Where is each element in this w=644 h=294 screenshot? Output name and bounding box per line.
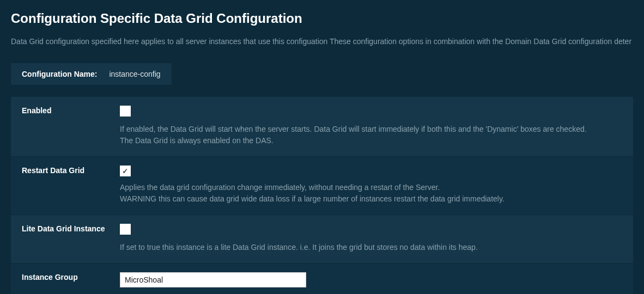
enabled-label: Enabled xyxy=(22,106,120,146)
page-title: Configuration Specific Data Grid Configu… xyxy=(11,11,633,26)
instance-group-input[interactable] xyxy=(120,272,306,287)
config-name-label: Configuration Name: xyxy=(22,70,97,78)
instance-group-label: Instance Group xyxy=(22,272,120,294)
restart-checkbox[interactable]: ✓ xyxy=(120,166,131,176)
restart-help: Applies the data grid configuration chan… xyxy=(120,182,622,205)
config-name-bar: Configuration Name: instance-config xyxy=(11,63,172,85)
enabled-help: If enabled, the Data Grid will start whe… xyxy=(120,124,622,146)
row-instance-group: Instance Group The instance group for al… xyxy=(11,264,633,294)
enabled-checkbox[interactable] xyxy=(120,106,131,117)
lite-help: If set to true this instance is a lite D… xyxy=(120,242,622,253)
config-name-value: instance-config xyxy=(109,70,160,78)
config-form: Enabled If enabled, the Data Grid will s… xyxy=(11,97,633,294)
row-restart: Restart Data Grid ✓ Applies the data gri… xyxy=(11,157,633,215)
row-enabled: Enabled If enabled, the Data Grid will s… xyxy=(11,97,633,157)
lite-label: Lite Data Grid Instance xyxy=(22,224,120,253)
restart-label: Restart Data Grid xyxy=(22,166,120,205)
lite-checkbox[interactable] xyxy=(120,224,131,235)
page-intro: Data Grid configuration specified here a… xyxy=(11,37,633,46)
row-lite: Lite Data Grid Instance If set to true t… xyxy=(11,215,633,264)
